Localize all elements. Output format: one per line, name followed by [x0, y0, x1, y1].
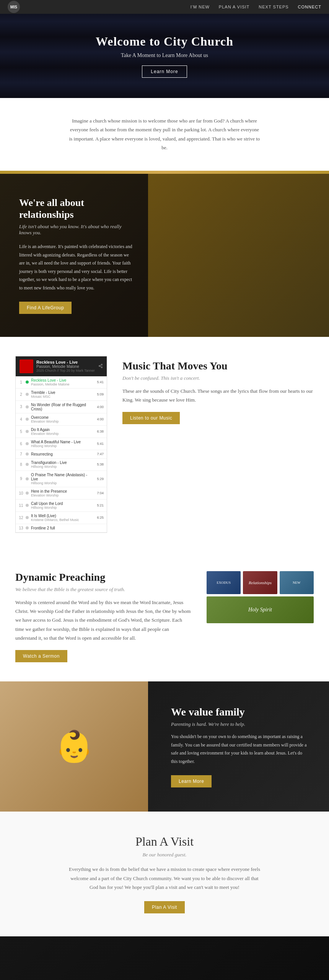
preaching-section: Dynamic Preaching We believe that the Bi… — [0, 552, 329, 682]
table-row[interactable]: 7 Resurrecting 7:47 — [16, 450, 107, 459]
relationships-text: Life is an adventure. It's painted with … — [19, 243, 134, 292]
table-row[interactable]: 5 Do It Again Elevation Worship 6:38 — [16, 426, 107, 438]
plan-title: Plan A Visit — [69, 835, 260, 849]
player-share-icon[interactable] — [98, 364, 103, 369]
relationships-section: We're all about relationships Life isn't… — [0, 174, 329, 337]
hero-subtitle: Take A Moment to Learn More About us — [121, 52, 208, 59]
sermon-grid: EXODUS Relationships NEW — [207, 571, 314, 594]
player-artist: Passion, Melodie Malone — [36, 364, 95, 369]
table-row[interactable]: 2 Tremble - Live Mosaic MSC 5:09 — [16, 389, 107, 401]
family-title: We value family — [171, 706, 310, 718]
track-dot — [26, 452, 29, 456]
sermon-images: EXODUS Relationships NEW Holy Spirit — [207, 571, 314, 626]
track-dot — [26, 463, 29, 466]
gold-divider — [0, 171, 329, 174]
plan-text: Everything we do is from the belief that… — [69, 865, 260, 892]
find-lifegroup-button[interactable]: Find A LifeGroup — [19, 302, 72, 314]
table-row[interactable]: 4 Overcome Elevation Worship 4:00 — [16, 413, 107, 426]
track-dot — [26, 477, 29, 480]
sermon-grid-row2: Holy Spirit — [207, 596, 314, 623]
track-playing-indicator — [26, 381, 29, 384]
family-subtitle: Parenting is hard. We're here to help. — [171, 721, 310, 727]
track-dot — [26, 405, 29, 408]
nav-next-steps[interactable]: NEXT STEPS — [259, 5, 288, 9]
music-text: These are the sounds of City Church. The… — [122, 387, 314, 405]
track-dot — [26, 418, 29, 421]
watch-sermon-button[interactable]: Watch a Sermon — [15, 650, 67, 662]
relationships-content: We're all about relationships Life isn't… — [19, 197, 134, 314]
track-dot — [26, 492, 29, 495]
music-title: Music That Moves You — [122, 360, 314, 372]
navbar: MIS I'M NEW PLAN A VISIT NEXT STEPS CONN… — [0, 0, 329, 14]
hero-title: Welcome to City Church — [96, 34, 233, 49]
sermon-label: EXODUS — [217, 581, 231, 585]
nav-connect[interactable]: CONNECT — [298, 5, 321, 9]
preaching-subtitle: We believe that the Bible is the greates… — [15, 586, 191, 593]
music-section: Reckless Love - Live Passion, Melodie Ma… — [0, 337, 329, 552]
sermon-label: Relationships — [249, 580, 272, 585]
nav-im-new[interactable]: I'M NEW — [191, 5, 210, 9]
preaching-text: Worship is centered around the Word and … — [15, 598, 191, 643]
sermon-thumb-exodus[interactable]: EXODUS — [207, 571, 241, 594]
family-learn-more-button[interactable]: Learn More — [171, 775, 212, 787]
sermon-label: NEW — [293, 581, 301, 585]
hero-learn-more-button[interactable]: Learn More — [142, 65, 187, 78]
relationships-title: We're all about relationships — [19, 197, 134, 220]
preaching-content: Dynamic Preaching We believe that the Bi… — [15, 571, 191, 663]
family-section: 👶 We value family Parenting is hard. We'… — [0, 681, 329, 812]
track-dot — [26, 526, 29, 529]
plan-visit-section: Plan A Visit Be our honored guest. Every… — [0, 812, 329, 936]
track-dot — [26, 393, 29, 396]
sermon-label: Holy Spirit — [248, 607, 272, 613]
preaching-title: Dynamic Preaching — [15, 571, 191, 583]
table-row[interactable]: 10 Here in the Presence Elevation Worshi… — [16, 487, 107, 500]
player-meta: 2025 Church // Top 20 by Mark Tanner — [36, 369, 95, 372]
sermon-thumb-relationships[interactable]: Relationships — [243, 571, 277, 594]
table-row[interactable]: 8 Transfiguration - Live Hillsong Worshi… — [16, 459, 107, 471]
svg-line-3 — [100, 366, 101, 367]
music-content: Music That Moves You Don't be confused. … — [122, 356, 314, 425]
svg-point-2 — [101, 367, 103, 368]
player-header: Reckless Love - Live Passion, Melodie Ma… — [16, 356, 107, 376]
table-row[interactable]: 3 No Wonder (Roar of the Rugged Cross) 4… — [16, 401, 107, 413]
track-row-active[interactable]: 1 Reckless Love - Live Passion, Melodie … — [16, 376, 107, 389]
nav-plan-visit[interactable]: PLAN A VISIT — [219, 5, 249, 9]
svg-point-1 — [99, 365, 100, 366]
intro-section: Imagine a church whose mission is to wel… — [0, 98, 329, 171]
family-content: We value family Parenting is hard. We're… — [148, 687, 329, 806]
svg-point-0 — [101, 364, 103, 365]
player-thumbnail — [20, 359, 33, 373]
music-player: Reckless Love - Live Passion, Melodie Ma… — [15, 356, 107, 533]
table-row[interactable]: 11 Call Upon the Lord Hillsong Worship 5… — [16, 500, 107, 512]
family-text: You shouldn't be on your own to do somet… — [171, 733, 310, 766]
sermon-thumb-holy[interactable]: Holy Spirit — [207, 596, 314, 623]
track-dot — [26, 442, 29, 445]
footer-image — [0, 936, 329, 980]
track-dot — [26, 430, 29, 433]
hero-section: Welcome to City Church Take A Moment to … — [0, 14, 329, 98]
table-row[interactable]: 12 It Is Well (Live) Kristene DiMarco, B… — [16, 512, 107, 524]
sermon-thumb-new[interactable]: NEW — [280, 571, 314, 594]
table-row[interactable]: 9 O Praise The Name (Anástasis) - Live H… — [16, 471, 107, 487]
player-info: Reckless Love - Live Passion, Melodie Ma… — [36, 360, 95, 372]
family-image: 👶 — [0, 681, 148, 812]
music-subtitle: Don't be confused. This isn't a concert. — [122, 375, 314, 381]
plan-visit-button[interactable]: Plan A Visit — [144, 901, 185, 913]
track-dot — [26, 516, 29, 519]
relationships-background-image — [148, 174, 329, 337]
listen-music-button[interactable]: Listen to our Music — [122, 412, 180, 424]
table-row[interactable]: 13 Frontline 2 full — [16, 524, 107, 532]
track-dot — [26, 504, 29, 507]
logo[interactable]: MIS — [8, 1, 20, 13]
svg-line-4 — [100, 365, 101, 366]
intro-text: Imagine a church whose mission is to wel… — [69, 116, 260, 152]
nav-links: I'M NEW PLAN A VISIT NEXT STEPS CONNECT — [191, 5, 321, 9]
track-number: 1 — [19, 380, 23, 384]
player-track-title: Reckless Love - Live — [36, 360, 95, 364]
track-info: Reckless Love - Live Passion, Melodie Ma… — [31, 378, 94, 386]
relationships-subtitle: Life isn't about who you know. It's abou… — [19, 224, 134, 236]
table-row[interactable]: 6 What A Beautiful Name - Live Hillsong … — [16, 438, 107, 450]
plan-subtitle: Be our honored guest. — [69, 852, 260, 858]
